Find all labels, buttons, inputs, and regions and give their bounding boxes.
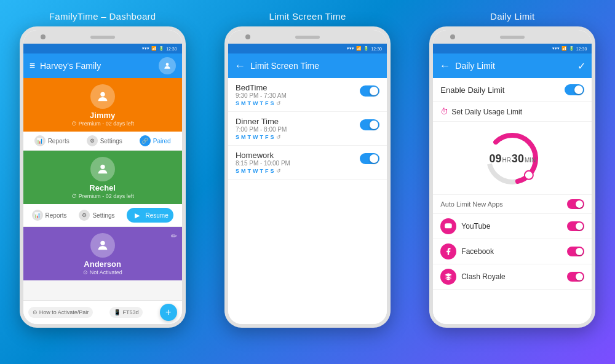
phone-camera-2 bbox=[245, 34, 250, 39]
homework-time: 8:15 PM - 10:00 PM bbox=[236, 160, 290, 167]
phone-camera-1 bbox=[41, 34, 46, 39]
ft53-btn[interactable]: 📱 FT53d bbox=[109, 307, 143, 318]
bedtime-name: BedTime bbox=[236, 83, 287, 92]
battery-icon-2: 🔋 bbox=[363, 46, 369, 51]
dial-min-label: MIN bbox=[525, 157, 536, 164]
reports-btn-rechel[interactable]: 📊 Reports bbox=[32, 208, 67, 223]
activate-pair-btn[interactable]: ⊙ How to Activate/Pair bbox=[28, 307, 93, 318]
fab-add-icon: + bbox=[165, 307, 171, 318]
dinner-name: Dinner Time bbox=[236, 117, 287, 126]
enable-daily-limit-label: Enable Daily Limit bbox=[440, 85, 504, 95]
bedtime-info: BedTime 9:30 PM - 7:30 AM bbox=[236, 83, 287, 99]
back-arrow-daily[interactable]: ← bbox=[439, 60, 450, 73]
repeat-icon-dinner: ↺ bbox=[276, 134, 281, 140]
signal-icon: ▾▾▾ bbox=[142, 46, 149, 51]
svg-point-3 bbox=[100, 241, 105, 245]
facebook-app-name: Facebook bbox=[461, 247, 562, 256]
repeat-icon-homework: ↺ bbox=[276, 168, 281, 174]
edit-icon-anderson[interactable]: ✏ bbox=[171, 232, 177, 240]
status-time-3: 12:30 bbox=[576, 47, 587, 51]
section-title-dashboard: FamilyTime – Dashboard bbox=[49, 11, 156, 22]
actions-bar-jimmy: 📊 Reports ⚙ Settings 🔗 Paired bbox=[23, 132, 182, 151]
clash-toggle[interactable] bbox=[567, 272, 584, 282]
schedule-bedtime: BedTime 9:30 PM - 7:30 AM S M T W T F bbox=[228, 78, 387, 112]
facebook-toggle[interactable] bbox=[567, 247, 584, 256]
limit-content: BedTime 9:30 PM - 7:30 AM S M T W T F bbox=[228, 78, 387, 324]
user-card-anderson: ✏ Anderson ⊙ Not Activated bbox=[23, 227, 182, 280]
dinner-time: 7:00 PM - 8:00 PM bbox=[236, 126, 287, 133]
status-time-2: 12:30 bbox=[371, 47, 382, 51]
schedule-homework: Homework 8:15 PM - 10:00 PM S M T W T F bbox=[228, 146, 387, 180]
reports-label-jimmy: Reports bbox=[48, 138, 69, 144]
hamburger-icon[interactable]: ≡ bbox=[30, 60, 35, 71]
settings-icon-rechel: ⚙ bbox=[79, 210, 90, 221]
reports-icon-jimmy: 📊 bbox=[34, 135, 46, 146]
dinner-days: S M T W T F S ↺ bbox=[236, 134, 379, 140]
facebook-app-icon bbox=[440, 243, 456, 259]
bedtime-toggle[interactable] bbox=[360, 85, 379, 97]
dial-value: 09HR 30MIN bbox=[489, 152, 536, 165]
profile-icon-dashboard[interactable] bbox=[159, 57, 176, 74]
anderson-inner-card: ✏ Anderson ⊙ Not Activated bbox=[23, 227, 182, 280]
phone-speaker-1 bbox=[90, 36, 115, 39]
user-status-anderson: ⊙ Not Activated bbox=[83, 269, 122, 275]
check-icon-daily[interactable]: ✓ bbox=[577, 60, 585, 72]
phone-dashboard: ▾▾▾ 📶 🔋 12:30 ≡ Harvey's Family bbox=[20, 26, 186, 328]
wifi-icon-2: 📶 bbox=[356, 46, 362, 51]
section-dashboard: FamilyTime – Dashboard ▾▾▾ 📶 🔋 12:30 bbox=[0, 6, 205, 358]
phone-camera-3 bbox=[450, 34, 455, 39]
status-time: 12:30 bbox=[166, 47, 177, 51]
paired-label-jimmy: Paired bbox=[153, 138, 171, 144]
enable-daily-limit-toggle[interactable] bbox=[565, 84, 584, 95]
back-arrow-limit[interactable]: ← bbox=[234, 60, 245, 73]
paired-btn-jimmy[interactable]: 🔗 Paired bbox=[140, 135, 171, 146]
status-bar-3: ▾▾▾ 📶 🔋 12:30 bbox=[433, 44, 592, 53]
dial-container[interactable]: 09HR 30MIN bbox=[482, 128, 543, 189]
auto-limit-toggle[interactable] bbox=[567, 199, 584, 209]
repeat-icon-bedtime: ↺ bbox=[276, 100, 281, 106]
signal-icon-2: ▾▾▾ bbox=[347, 46, 354, 51]
homework-toggle[interactable] bbox=[360, 153, 379, 164]
battery-icon: 🔋 bbox=[159, 46, 164, 51]
reports-icon-rechel: 📊 bbox=[32, 210, 43, 221]
avatar-rechel bbox=[90, 157, 115, 181]
svg-point-1 bbox=[100, 92, 105, 97]
section-daily: Daily Limit ▾▾▾ 📶 🔋 12:30 ← Daily Lim bbox=[410, 6, 615, 358]
app-bar-title-limit: Limit Screen Time bbox=[250, 61, 381, 71]
ft53-icon: 📱 bbox=[114, 309, 121, 315]
clash-app-icon bbox=[440, 269, 456, 285]
settings-label-rechel: Settings bbox=[92, 212, 114, 219]
settings-btn-rechel[interactable]: ⚙ Settings bbox=[79, 208, 114, 223]
app-bar-title-daily: Daily Limit bbox=[455, 61, 573, 71]
settings-icon-jimmy: ⚙ bbox=[87, 135, 98, 146]
bottom-bar-dashboard: ⊙ How to Activate/Pair 📱 FT53d + bbox=[23, 300, 182, 324]
status-icons-3: ▾▾▾ 📶 🔋 12:30 bbox=[552, 46, 587, 51]
actions-bar-rechel: 📊 Reports ⚙ Settings ▶ Resume bbox=[23, 204, 182, 227]
bedtime-time: 9:30 PM - 7:30 AM bbox=[236, 92, 287, 99]
auto-limit-label: Auto Limit New Apps bbox=[440, 200, 503, 208]
status-icons-2: ▾▾▾ 📶 🔋 12:30 bbox=[347, 46, 382, 51]
phone-content-daily: ▾▾▾ 📶 🔋 12:30 ← Daily Limit ✓ Enable Dai… bbox=[433, 44, 592, 324]
section-title-daily: Daily Limit bbox=[490, 11, 534, 22]
resume-btn-rechel[interactable]: ▶ Resume bbox=[127, 208, 173, 223]
dial-hours: 09 bbox=[489, 152, 501, 165]
resume-label-rechel: Resume bbox=[145, 212, 168, 219]
schedule-dinner: Dinner Time 7:00 PM - 8:00 PM S M T W T … bbox=[228, 112, 387, 146]
settings-btn-jimmy[interactable]: ⚙ Settings bbox=[87, 135, 122, 146]
dinner-toggle[interactable] bbox=[360, 119, 379, 130]
reports-btn-jimmy[interactable]: 📊 Reports bbox=[34, 135, 69, 146]
reports-label-rechel: Reports bbox=[46, 212, 67, 219]
dashboard-scroll: Jimmy ⏱ Premium - 02 days left 📊 Reports… bbox=[23, 78, 182, 300]
youtube-toggle[interactable] bbox=[567, 221, 584, 231]
signal-icon-3: ▾▾▾ bbox=[552, 46, 560, 51]
phone-speaker-2 bbox=[295, 36, 320, 39]
svg-point-2 bbox=[100, 165, 105, 169]
daily-content: Enable Daily Limit ⏱ Set Daily Usage Lim… bbox=[433, 78, 592, 324]
user-status-rechel: ⏱ Premium - 02 days left bbox=[71, 193, 134, 199]
app-bar-title-dashboard: Harvey's Family bbox=[40, 61, 154, 71]
wifi-icon: 📶 bbox=[151, 46, 157, 51]
user-card-jimmy: Jimmy ⏱ Premium - 02 days left bbox=[23, 78, 182, 132]
bedtime-days: S M T W T F S ↺ bbox=[236, 100, 379, 106]
app-row-clash: Clash Royale bbox=[433, 264, 592, 290]
fab-add-btn[interactable]: + bbox=[160, 304, 177, 321]
